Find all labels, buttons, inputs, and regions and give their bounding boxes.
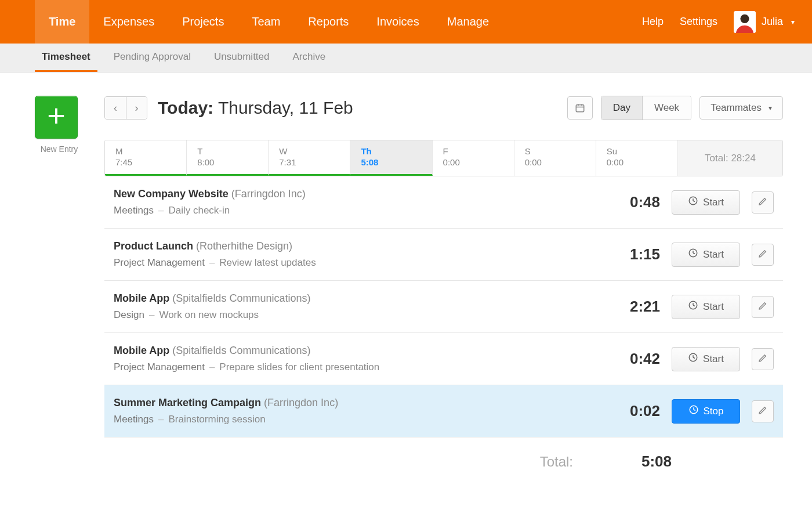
day-abbr: W	[279, 146, 339, 156]
help-link[interactable]: Help	[642, 16, 664, 28]
week-day-s[interactable]: S0:00	[514, 140, 596, 176]
svg-rect-2	[576, 105, 584, 112]
pencil-icon	[758, 353, 767, 364]
nav-item-invoices[interactable]: Invoices	[362, 0, 433, 44]
edit-entry-button[interactable]	[752, 191, 774, 214]
entry-task: Meetings	[114, 205, 154, 216]
settings-link[interactable]: Settings	[680, 16, 717, 28]
day-abbr: M	[115, 146, 176, 156]
entry-project: Product Launch	[114, 240, 193, 252]
user-name: Julia	[762, 16, 783, 28]
teammates-label: Teammates	[710, 102, 762, 114]
clock-icon	[688, 248, 698, 261]
user-menu[interactable]: Julia ▾	[734, 11, 795, 33]
start-timer-button[interactable]: Start	[672, 243, 740, 267]
week-day-th[interactable]: Th5:08	[350, 140, 432, 176]
day-total: 5:08	[361, 157, 421, 167]
clock-icon	[688, 300, 698, 313]
nav-item-manage[interactable]: Manage	[433, 0, 503, 44]
pencil-icon	[758, 406, 767, 417]
chevron-down-icon: ▾	[768, 104, 772, 112]
main-content: + New Entry ‹ › Today: Thursday, 11 Feb …	[0, 73, 812, 471]
subnav-tab-pending-approval[interactable]: Pending Approval	[107, 44, 198, 72]
teammates-button[interactable]: Teammates ▾	[699, 96, 783, 120]
nav-item-time[interactable]: Time	[35, 0, 89, 44]
week-day-m[interactable]: M7:45	[105, 140, 187, 176]
entry-duration: 0:42	[608, 350, 660, 368]
entry-title: Summer Marketing Campaign (Farringdon In…	[114, 397, 596, 409]
avatar	[734, 11, 756, 33]
start-timer-button[interactable]: Start	[672, 295, 740, 319]
week-day-su[interactable]: Su0:00	[596, 140, 678, 176]
pencil-icon	[758, 197, 767, 208]
pencil-icon	[758, 249, 767, 260]
separator: –	[209, 361, 215, 373]
entry-info: Mobile App (Spitalfields Communications)…	[114, 345, 596, 373]
entry-task: Project Management	[114, 361, 205, 373]
svg-point-1	[740, 14, 749, 23]
separator: –	[158, 205, 164, 216]
timer-action-label: Stop	[704, 406, 724, 417]
toolbar: ‹ › Today: Thursday, 11 Feb Day Week Tea…	[104, 96, 783, 120]
edit-entry-button[interactable]	[752, 296, 774, 318]
entry-title: Mobile App (Spitalfields Communications)	[114, 345, 596, 357]
entry-subtitle: Meetings–Daily check-in	[114, 205, 596, 216]
start-timer-button[interactable]: Start	[672, 190, 740, 215]
edit-entry-button[interactable]	[752, 244, 774, 266]
day-total: 7:31	[279, 157, 339, 167]
entry-task: Meetings	[114, 414, 154, 425]
day-view-button[interactable]: Day	[601, 96, 642, 120]
entry-client: (Farringdon Inc)	[231, 188, 306, 200]
entry-notes: Prepare slides for client presentation	[219, 361, 379, 373]
prev-day-button[interactable]: ‹	[105, 97, 126, 119]
timer-action-label: Start	[703, 301, 724, 313]
total-label: Total:	[540, 454, 573, 470]
entry-info: New Company Website (Farringdon Inc)Meet…	[114, 188, 596, 216]
entry-subtitle: Meetings–Brainstorming session	[114, 414, 596, 425]
new-entry-button[interactable]: +	[35, 96, 78, 139]
svg-line-17	[693, 357, 695, 359]
subnav-tab-unsubmitted[interactable]: Unsubmitted	[207, 44, 276, 72]
entry-subtitle: Project Management–Prepare slides for cl…	[114, 361, 596, 373]
week-day-w[interactable]: W7:31	[269, 140, 350, 176]
day-abbr: F	[443, 146, 503, 156]
nav-item-team[interactable]: Team	[238, 0, 294, 44]
edit-entry-button[interactable]	[752, 348, 774, 370]
nav-item-expenses[interactable]: Expenses	[89, 0, 168, 44]
clock-icon	[688, 352, 698, 366]
time-entry-row: Summer Marketing Campaign (Farringdon In…	[104, 385, 783, 437]
entry-task: Design	[114, 309, 144, 320]
week-view-button[interactable]: Week	[642, 96, 691, 120]
total-value: 5:08	[619, 453, 672, 471]
nav-item-reports[interactable]: Reports	[294, 0, 362, 44]
entry-notes: Brainstorming session	[168, 414, 265, 425]
date-pager: ‹ ›	[104, 96, 147, 120]
day-abbr: Su	[607, 146, 667, 156]
nav-item-projects[interactable]: Projects	[168, 0, 238, 44]
svg-line-20	[694, 410, 695, 411]
entry-client: (Spitalfields Communications)	[172, 345, 310, 356]
calendar-button[interactable]	[567, 96, 593, 120]
entry-subtitle: Design–Work on new mockups	[114, 309, 596, 321]
week-day-f[interactable]: F0:00	[433, 140, 514, 176]
clock-icon	[688, 404, 699, 418]
entry-notes: Work on new mockups	[159, 309, 259, 320]
new-entry-label: New Entry	[35, 144, 84, 154]
entry-duration: 2:21	[608, 298, 660, 316]
entry-project: Summer Marketing Campaign	[114, 397, 261, 408]
timer-action-label: Start	[703, 353, 724, 365]
week-total: Total: 28:24	[678, 140, 782, 176]
top-nav: TimeExpensesProjectsTeamReportsInvoicesM…	[0, 0, 812, 44]
week-day-t[interactable]: T8:00	[187, 140, 269, 176]
stop-timer-button[interactable]: Stop	[672, 399, 740, 424]
calendar-icon	[575, 103, 585, 113]
start-timer-button[interactable]: Start	[672, 347, 740, 371]
svg-line-14	[693, 305, 695, 306]
next-day-button[interactable]: ›	[126, 97, 147, 119]
entry-subtitle: Project Management–Review latest updates	[114, 257, 596, 269]
svg-line-11	[693, 253, 695, 254]
subnav-tab-timesheet[interactable]: Timesheet	[35, 44, 97, 72]
separator: –	[209, 257, 215, 268]
edit-entry-button[interactable]	[752, 400, 774, 422]
subnav-tab-archive[interactable]: Archive	[286, 44, 333, 72]
